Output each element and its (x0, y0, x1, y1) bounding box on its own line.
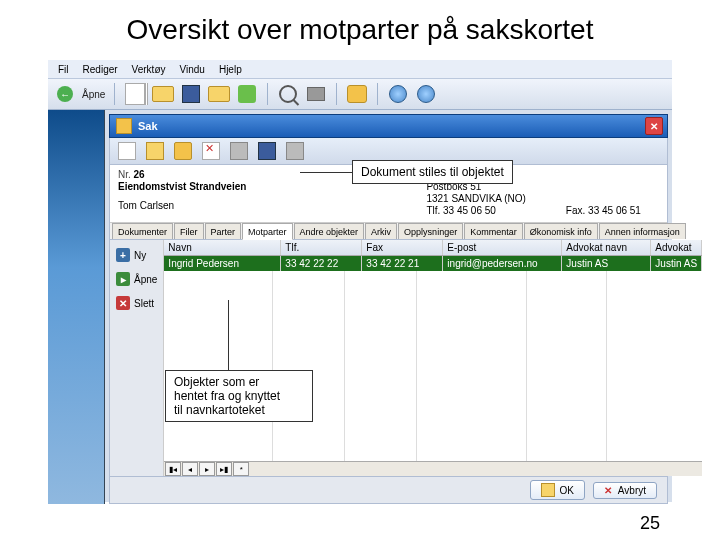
tab-annen[interactable]: Annen informasjon (599, 223, 686, 239)
ok-button[interactable]: OK (530, 480, 584, 500)
nr-value: 26 (134, 169, 145, 180)
grid-header: Navn Tlf. Fax E-post Advokat navn Advoka… (164, 240, 702, 256)
dialog-buttons: OK ✕Avbryt (110, 476, 667, 503)
nav-first-icon[interactable]: ▮◂ (165, 462, 181, 476)
record-navigator: ▮◂ ◂ ▸ ▸▮ * (164, 461, 702, 476)
table-row[interactable]: Ingrid Pedersen 33 42 22 22 33 42 22 21 … (164, 256, 702, 271)
cell-advnavn: Justin AS (562, 256, 651, 271)
open-folder2-icon[interactable] (208, 83, 230, 105)
menu-fil[interactable]: Fil (52, 63, 75, 76)
main-toolbar: ← Åpne (48, 79, 672, 110)
party-fax: 33 45 06 51 (588, 205, 641, 216)
save-icon[interactable] (180, 83, 202, 105)
motparter-grid: Navn Tlf. Fax E-post Advokat navn Advoka… (164, 240, 702, 476)
sak-icon (116, 118, 132, 134)
col-navn[interactable]: Navn (164, 240, 281, 255)
globe-icon[interactable] (387, 83, 409, 105)
apne-label: Åpne (82, 89, 105, 100)
col-epost[interactable]: E-post (443, 240, 562, 255)
tab-parter[interactable]: Parter (205, 223, 242, 239)
tab-strip: Dokumenter Filer Parter Motparter Andre … (110, 223, 667, 240)
sak-open-icon[interactable] (146, 142, 164, 160)
side-buttons: +Ny ▸Åpne ✕Slett (110, 240, 164, 476)
globe2-icon[interactable] (415, 83, 437, 105)
ok-icon (541, 483, 555, 497)
cell-navn: Ingrid Pedersen (164, 256, 281, 271)
close-icon[interactable]: ✕ (645, 117, 663, 135)
cell-epost: ingrid@pedersen.no (443, 256, 562, 271)
menubar: Fil Rediger Verktøy Vindu Hjelp (48, 60, 672, 79)
nav-next-icon[interactable]: ▸ (199, 462, 215, 476)
tab-kommentar[interactable]: Kommentar (464, 223, 523, 239)
new-doc-icon[interactable] (124, 83, 146, 105)
sak-new-icon[interactable] (118, 142, 136, 160)
grid-wrap: +Ny ▸Åpne ✕Slett Navn Tlf. Fax E-post Ad… (110, 240, 667, 476)
col-fax[interactable]: Fax (362, 240, 443, 255)
print-icon[interactable] (305, 83, 327, 105)
side-delete-button[interactable]: ✕Slett (114, 294, 159, 312)
nav-prev-icon[interactable]: ◂ (182, 462, 198, 476)
col-advnavn[interactable]: Advokat navn (562, 240, 651, 255)
party-addr2: 1321 SANDVIKA (NO) (426, 193, 525, 204)
side-open-button[interactable]: ▸Åpne (114, 270, 159, 288)
tab-motparter[interactable]: Motparter (242, 223, 293, 240)
sak-misc1-icon[interactable] (230, 142, 248, 160)
menu-hjelp[interactable]: Hjelp (213, 63, 248, 76)
back-button[interactable]: ← (54, 83, 76, 105)
sak-save-icon[interactable] (258, 142, 276, 160)
page-number: 25 (640, 513, 660, 534)
people-icon[interactable] (346, 83, 368, 105)
callout-bottom: Objekter som er hentet fra og knyttet ti… (165, 370, 313, 422)
nav-last-icon[interactable]: ▸▮ (216, 462, 232, 476)
tab-dokumenter[interactable]: Dokumenter (112, 223, 173, 239)
menu-rediger[interactable]: Rediger (77, 63, 124, 76)
case-title: Eiendomstvist Strandveien (118, 181, 246, 192)
sak-titlebar: Sak ✕ (109, 114, 668, 138)
party-tel-label: Tlf. (426, 205, 440, 216)
sak-title: Sak (138, 120, 158, 132)
menu-vindu[interactable]: Vindu (174, 63, 211, 76)
side-new-button[interactable]: +Ny (114, 246, 159, 264)
slide-title: Oversikt over motparter på sakskortet (0, 0, 720, 56)
grid-body (164, 271, 702, 461)
nr-label: Nr. (118, 169, 131, 180)
col-tlf[interactable]: Tlf. (281, 240, 362, 255)
menu-verktoy[interactable]: Verktøy (126, 63, 172, 76)
tab-okonomisk[interactable]: Økonomisk info (524, 223, 598, 239)
tab-andre-objekter[interactable]: Andre objekter (294, 223, 365, 239)
app-window: Fil Rediger Verktøy Vindu Hjelp ← Åpne S… (48, 60, 672, 502)
sak-delete-icon[interactable] (202, 142, 220, 160)
cell-fax: 33 42 22 21 (362, 256, 443, 271)
open-folder-icon[interactable] (152, 83, 174, 105)
sak-misc2-icon[interactable] (286, 142, 304, 160)
col-advokat[interactable]: Advokat (651, 240, 702, 255)
cancel-button[interactable]: ✕Avbryt (593, 482, 657, 499)
green-icon[interactable] (236, 83, 258, 105)
tab-filer[interactable]: Filer (174, 223, 204, 239)
cell-advokat: Justin AS (651, 256, 702, 271)
tab-opplysninger[interactable]: Opplysninger (398, 223, 463, 239)
sak-body: Nr. 26 Eiendomstvist Strandveien Tom Car… (109, 165, 668, 504)
nav-refresh-icon[interactable]: * (233, 462, 249, 476)
sak-people-icon[interactable] (174, 142, 192, 160)
case-responsible: Tom Carlsen (118, 200, 246, 211)
cancel-icon: ✕ (604, 485, 614, 495)
callout-top: Dokument stiles til objektet (352, 160, 513, 184)
party-fax-label: Fax. (566, 205, 585, 216)
cell-tlf: 33 42 22 22 (281, 256, 362, 271)
party-tel: 33 45 06 50 (443, 205, 496, 216)
tab-arkiv[interactable]: Arkiv (365, 223, 397, 239)
search-icon[interactable] (277, 83, 299, 105)
left-background (48, 110, 105, 504)
